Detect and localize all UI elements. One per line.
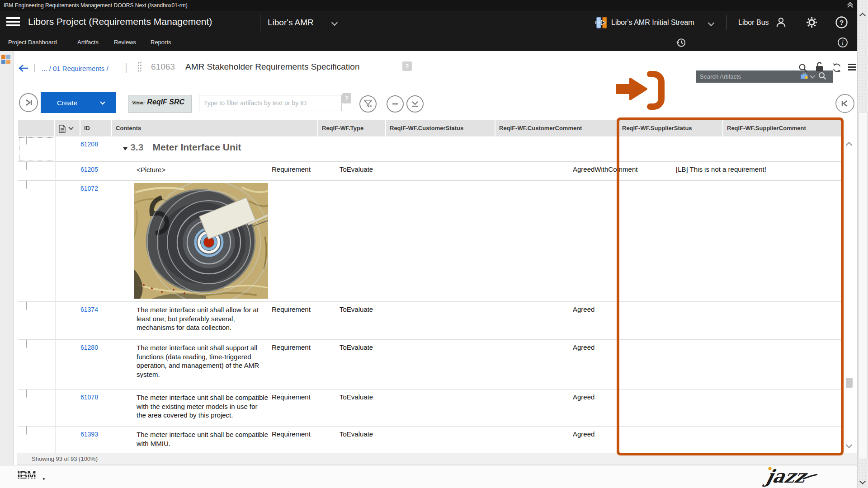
right-panel-track [859, 112, 868, 459]
project-title[interactable]: Libors Project (Requirements Management) [28, 16, 212, 27]
artifact-contents: The meter interface unit shall allow for… [112, 302, 268, 339]
find-in-document-icon[interactable] [798, 63, 808, 75]
app-header: Libors Project (Requirements Management)… [0, 11, 857, 34]
column-supplier-status[interactable]: ReqIF-WF.SupplierStatus [622, 125, 692, 131]
table-scroll-up-icon[interactable] [846, 142, 852, 148]
row-checkbox[interactable] [26, 136, 27, 145]
column-id[interactable]: ID [84, 125, 90, 131]
row-checkbox[interactable] [26, 426, 27, 435]
jazz-logo: jazz [756, 465, 819, 488]
user-icon[interactable] [775, 16, 787, 30]
table-row[interactable]: 61072 [18, 181, 844, 302]
collapse-right-panel-icon[interactable] [835, 94, 854, 113]
title-help-badge[interactable]: ? [402, 61, 412, 71]
artifact-id-link[interactable]: 61078 [80, 394, 98, 401]
artifact-type: Requirement [268, 389, 336, 426]
customer-comment [445, 427, 568, 453]
supplier-comment [673, 302, 793, 339]
column-type[interactable]: ReqIF-WF.Type [322, 125, 363, 131]
expand-all-icon[interactable] [406, 95, 424, 113]
help-icon[interactable]: ? [835, 16, 848, 31]
artifact-id-link[interactable]: 61072 [80, 185, 98, 192]
stream-chevron-icon[interactable] [708, 20, 714, 26]
table-scroll-down-icon[interactable] [846, 442, 852, 448]
artifact-id-link[interactable]: 61280 [80, 344, 98, 351]
artifact-id-link[interactable]: 61208 [80, 141, 98, 148]
component-chevron-icon[interactable] [331, 19, 338, 26]
create-button-label: Create [57, 99, 77, 107]
row-checkbox[interactable] [26, 339, 27, 348]
doc-type-chevron-icon [68, 125, 73, 130]
stream-selector[interactable]: Libor's AMR Initial Stream [611, 19, 694, 27]
collapse-banner-icon[interactable] [848, 3, 852, 9]
table-row[interactable]: 61208 3.3 Meter Interface Unit [18, 136, 844, 162]
column-doc-type[interactable] [55, 120, 80, 136]
column-select-all[interactable] [18, 120, 55, 136]
table-scrollbar-thumb[interactable] [846, 378, 853, 388]
component-selector[interactable]: Libor's AMR [268, 18, 314, 28]
customer-comment [445, 389, 568, 426]
svg-text:i: i [842, 39, 844, 46]
nav-reviews[interactable]: Reviews [114, 39, 136, 46]
back-arrow-icon[interactable] [17, 64, 29, 75]
supplier-comment [673, 389, 793, 426]
expand-sidebar-icon[interactable] [19, 93, 38, 112]
section-number: 3.3 [130, 142, 143, 152]
artifact-title: AMR Stakeholder Requirements Specificati… [185, 62, 359, 72]
supplier-comment [673, 340, 793, 389]
search-input[interactable] [696, 73, 796, 80]
user-name[interactable]: Libor Bus [738, 19, 769, 27]
customer-status: ToEvaluate [336, 427, 445, 453]
row-checkbox[interactable] [26, 180, 27, 189]
artifact-type: Requirement [268, 340, 336, 389]
artifact-id-link[interactable]: 61374 [80, 306, 98, 313]
customer-status: ToEvaluate [336, 162, 445, 180]
mini-dashboard-icon[interactable] [1, 55, 10, 64]
lock-icon[interactable] [815, 61, 825, 74]
header-divider [260, 14, 260, 31]
table-row[interactable]: 61205 <Picture> Requirement ToEvaluate A… [18, 162, 844, 181]
meter-device-photo [134, 183, 268, 299]
add-filter-icon[interactable] [359, 95, 377, 113]
artifact-table: 61208 3.3 Meter Interface Unit 61205 <Pi… [18, 136, 844, 453]
view-selector-button[interactable]: View: ReqIF SRC [128, 95, 192, 113]
column-customer-comment[interactable]: ReqIF-WF.CustomerComment [499, 125, 582, 131]
hamburger-menu-icon[interactable] [6, 17, 20, 26]
row-checkbox[interactable] [26, 389, 27, 398]
row-checkbox[interactable] [26, 301, 27, 310]
nav-artifacts[interactable]: Artifacts [77, 39, 99, 46]
drag-handle-icon[interactable] [137, 61, 142, 72]
filter-help-badge[interactable]: ? [342, 93, 351, 103]
table-row[interactable]: 61078 The meter interface unit shall be … [18, 389, 844, 427]
table-row[interactable]: 61393 The meter interface unit shall be … [18, 427, 844, 453]
artifact-id: 61063 [151, 62, 175, 72]
history-icon[interactable] [675, 37, 687, 50]
breadcrumb-path[interactable]: ... / 01 Requirements / [42, 65, 108, 72]
column-customer-status[interactable]: ReqIF-WF.CustomerStatus [390, 125, 463, 131]
create-button[interactable]: Create [41, 92, 116, 113]
artifact-search-box [696, 70, 833, 83]
refresh-icon[interactable] [831, 62, 842, 75]
left-gutter [0, 51, 14, 465]
column-contents[interactable]: Contents [116, 125, 141, 131]
search-scope-chevron-icon[interactable] [810, 73, 815, 78]
info-icon[interactable]: i [837, 37, 848, 49]
ibm-logo: IBM [17, 469, 49, 483]
column-supplier-comment[interactable]: ReqIF-WF.SupplierComment [727, 125, 806, 131]
collapse-section-icon[interactable] [123, 147, 127, 150]
table-row[interactable]: 61280 The meter interface unit shall sup… [18, 340, 844, 389]
customer-comment [445, 162, 568, 180]
artifact-id-link[interactable]: 61393 [80, 431, 98, 438]
table-row[interactable]: 61374 The meter interface unit shall all… [18, 302, 844, 340]
document-icon [59, 125, 66, 134]
nav-bar: Project Dashboard Artifacts Reviews Repo… [0, 34, 857, 51]
supplier-status: AgreedWithComment [568, 162, 673, 180]
collapse-all-icon[interactable] [387, 95, 404, 113]
page-menu-icon[interactable] [848, 64, 856, 70]
nav-project-dashboard[interactable]: Project Dashboard [8, 39, 57, 46]
artifact-filter-input[interactable] [199, 95, 342, 111]
nav-reports[interactable]: Reports [151, 39, 171, 46]
artifact-id-link[interactable]: 61205 [80, 166, 98, 173]
settings-gear-icon[interactable] [805, 16, 818, 31]
row-checkbox[interactable] [26, 161, 27, 170]
